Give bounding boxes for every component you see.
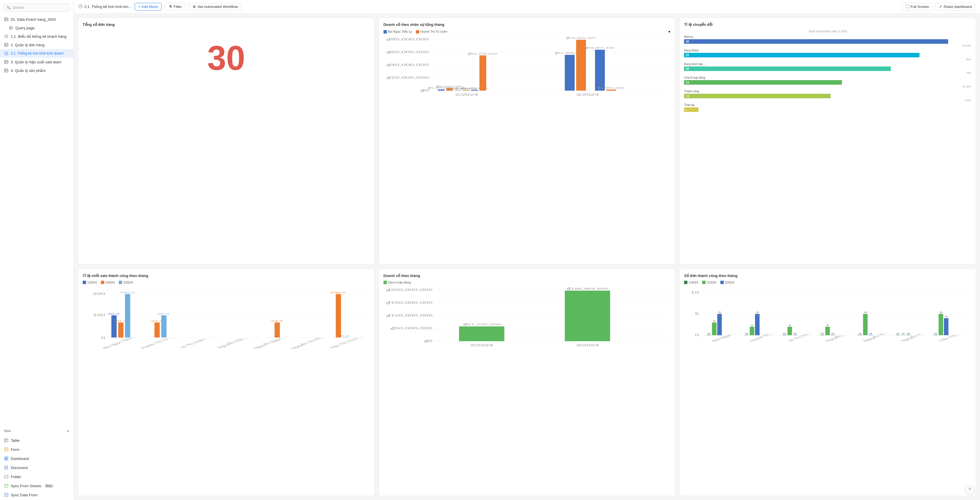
conv-bar-val-6: 1 bbox=[685, 108, 687, 111]
legend-expand-icon[interactable]: ▾ bbox=[668, 30, 670, 34]
table-icon3 bbox=[4, 60, 8, 64]
svg-text:3/2024: 3/2024 bbox=[576, 93, 599, 96]
svg-rect-160 bbox=[896, 335, 900, 335]
filter-label: Filter bbox=[173, 5, 182, 9]
sidebar-item-document[interactable]: Document bbox=[0, 463, 73, 472]
svg-text:3: 3 bbox=[756, 311, 759, 313]
sidebar-item-dashboard[interactable]: Dashboard bbox=[0, 454, 73, 463]
so-don-chart: 10 5 0 0 2 3 0 1 bbox=[684, 287, 971, 343]
svg-rect-18 bbox=[5, 60, 8, 64]
legend-label: 1/2024 bbox=[87, 281, 97, 284]
fullscreen-label: Full Screen bbox=[911, 5, 929, 9]
svg-rect-132 bbox=[712, 322, 717, 335]
clock-icon bbox=[4, 34, 8, 39]
conv-subtitle: Total conversion rate 3.33% bbox=[684, 30, 971, 33]
svg-rect-32 bbox=[5, 457, 6, 458]
svg-text:1: 1 bbox=[826, 324, 829, 326]
conv-pct-2: 80% bbox=[684, 58, 971, 61]
conv-row-4: Chờ kí hợp đồng 14 92.86% bbox=[684, 76, 971, 88]
sidebar-item-query-page[interactable]: Query page bbox=[0, 24, 73, 32]
conv-pct-5: 7.69% bbox=[684, 99, 971, 102]
svg-rect-35 bbox=[6, 459, 8, 460]
sidebar-item-san-pham[interactable]: 4. Quản lý sản phẩm bbox=[0, 66, 73, 75]
add-block-button[interactable]: + Add Block bbox=[135, 3, 162, 11]
header: 2.1. Thống kê tình hình kin... + Add Blo… bbox=[74, 0, 980, 14]
new-section-header[interactable]: New ▼ bbox=[0, 427, 73, 435]
svg-rect-148 bbox=[820, 335, 825, 335]
help-button[interactable]: ? bbox=[965, 485, 974, 494]
chevron-down-icon: ▼ bbox=[67, 430, 70, 433]
conv-bar-3: 20 bbox=[684, 67, 891, 71]
svg-rect-11 bbox=[5, 43, 8, 46]
legend-label: 2/2024 bbox=[707, 281, 716, 284]
fullscreen-button[interactable]: ⛶ Full Screen bbox=[902, 3, 933, 11]
svg-text:100: 100 bbox=[92, 314, 105, 317]
svg-rect-89 bbox=[125, 294, 130, 338]
sidebar-item-label: 4. Quản lý sản phẩm bbox=[11, 68, 45, 73]
conv-pct-3: 70% bbox=[684, 72, 971, 75]
svg-rect-142 bbox=[782, 335, 787, 335]
sidebar-item-folder[interactable]: Folder bbox=[0, 472, 73, 481]
header-left: 2.1. Thống kê tình hình kin... + Add Blo… bbox=[78, 3, 242, 11]
svg-text:₫60,000,000: ₫60,000,000 bbox=[386, 51, 429, 54]
legend-1-2024: 1/2024 bbox=[83, 281, 97, 284]
sidebar-item-sync-sheets[interactable]: Sync From Sheets Beta bbox=[0, 481, 73, 490]
svg-text:0: 0 bbox=[902, 333, 905, 334]
card-title: Doanh số theo nhân sự từng tháng bbox=[383, 22, 671, 27]
card-title: Số đơn thành công theo tháng bbox=[684, 274, 971, 278]
table-icon bbox=[4, 17, 8, 22]
legend-dot-3 bbox=[119, 281, 122, 284]
conv-row-3: Đang deal hợp ... 20 70% bbox=[684, 62, 971, 75]
svg-rect-75 bbox=[606, 89, 616, 91]
sidebar-item-thong-ke[interactable]: 2.1. Thống kê tình hình kinh doanh bbox=[0, 49, 73, 58]
svg-text:33.3: 33.3 bbox=[115, 319, 126, 322]
sidebar-item-hieu-suat[interactable]: 3. Quản lý hiệu suất sale team bbox=[0, 58, 73, 66]
legend-item-2: Huỳnh Thị Tú Uyên bbox=[416, 30, 447, 33]
svg-text:0: 0 bbox=[708, 333, 711, 334]
svg-text:0: 0 bbox=[745, 333, 748, 334]
sidebar-item-table[interactable]: Table bbox=[0, 436, 73, 445]
workflow-button[interactable]: ⚙ Set Automated Workflow bbox=[189, 3, 242, 11]
svg-text:₫40,000,000: ₫40,000,000 bbox=[386, 63, 429, 67]
sidebar-item-form[interactable]: Form bbox=[0, 445, 73, 454]
breadcrumb-clock-icon bbox=[78, 4, 83, 10]
clock-icon2 bbox=[4, 51, 8, 56]
card-title: Doanh số theo tháng bbox=[383, 274, 671, 278]
svg-text:3: 3 bbox=[939, 311, 942, 313]
svg-rect-34 bbox=[5, 459, 6, 460]
main-area: 2.1. Thống kê tình hình kin... + Add Blo… bbox=[74, 0, 980, 500]
filter-icon: ⚗ bbox=[169, 5, 172, 9]
conv-label-4: Chờ kí hợp đồng bbox=[684, 76, 971, 79]
svg-text:100.0: 100.0 bbox=[119, 291, 135, 293]
sidebar-item-data-khach-hang[interactable]: 01. Data Khách hàng_2024 bbox=[0, 15, 73, 24]
search-box[interactable]: 🔍 Search bbox=[3, 3, 70, 12]
svg-rect-91 bbox=[154, 322, 160, 338]
share-icon: ↗ bbox=[939, 5, 942, 9]
sidebar-item-quan-ly-don-hang[interactable]: 2. Quản lý đơn hàng bbox=[0, 41, 73, 49]
svg-rect-85 bbox=[111, 315, 117, 338]
svg-text:₫100,000,000: ₫100,000,000 bbox=[386, 314, 433, 317]
svg-text:0: 0 bbox=[896, 333, 900, 334]
sidebar-item-bieu-do[interactable]: 1.1. Biểu đồ thống kê khách hàng bbox=[0, 32, 73, 41]
svg-text:₫1,557,400: ₫1,557,400 bbox=[597, 87, 624, 89]
svg-text:₫196,964,800: ₫196,964,800 bbox=[566, 287, 608, 290]
svg-rect-41 bbox=[5, 493, 8, 497]
card-doanh-so-nhan-su: Doanh số theo nhân sự từng tháng Bùi Ngọ… bbox=[379, 18, 676, 265]
filter-button[interactable]: ⚗ Filter bbox=[165, 3, 186, 11]
header-actions: ⛶ Full Screen ↗ Share dashboard bbox=[902, 3, 976, 11]
conv-row-1: Mới tra... 30 83.33% bbox=[684, 35, 971, 47]
conv-bar-2: 25 bbox=[684, 53, 920, 57]
svg-rect-130 bbox=[707, 335, 711, 335]
legend-label-2: Huỳnh Thị Tú Uyên bbox=[420, 30, 447, 33]
legend-dot-dark-green bbox=[684, 281, 687, 284]
sidebar-item-sync-data[interactable]: Sync Data From bbox=[0, 490, 73, 500]
sidebar-item-label: Dashboard bbox=[11, 457, 29, 461]
conv-bar-val-3: 20 bbox=[686, 67, 689, 70]
card-so-don-thanh-cong: Số đơn thành công theo tháng 1/2024 2/20… bbox=[679, 269, 976, 496]
share-button[interactable]: ↗ Share dashboard bbox=[935, 3, 975, 11]
card-ti-le-chot-sale: Tỉ lệ chốt sale thành công theo tháng 1/… bbox=[78, 269, 375, 496]
svg-rect-97 bbox=[336, 294, 341, 338]
card-tong-don-hang: Tổng số đơn hàng 30 bbox=[78, 18, 375, 265]
legend-dot-1 bbox=[383, 30, 387, 33]
svg-text:2/2024: 2/2024 bbox=[470, 344, 493, 347]
